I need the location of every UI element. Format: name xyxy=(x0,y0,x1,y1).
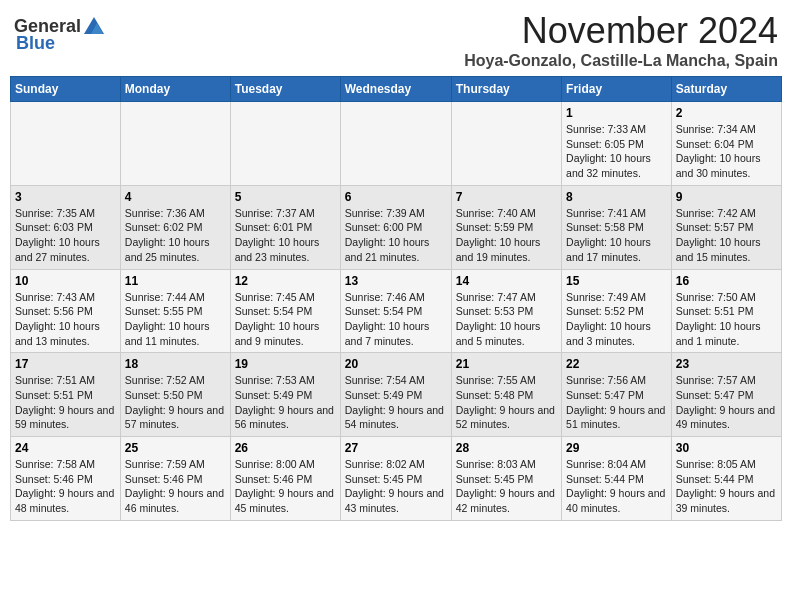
day-info: Sunrise: 7:59 AM Sunset: 5:46 PM Dayligh… xyxy=(125,457,226,516)
day-number: 17 xyxy=(15,357,116,371)
day-info: Sunrise: 7:35 AM Sunset: 6:03 PM Dayligh… xyxy=(15,206,116,265)
calendar-cell: 3Sunrise: 7:35 AM Sunset: 6:03 PM Daylig… xyxy=(11,185,121,269)
calendar-cell xyxy=(120,102,230,186)
day-info: Sunrise: 8:05 AM Sunset: 5:44 PM Dayligh… xyxy=(676,457,777,516)
day-info: Sunrise: 7:33 AM Sunset: 6:05 PM Dayligh… xyxy=(566,122,667,181)
day-number: 22 xyxy=(566,357,667,371)
calendar-cell xyxy=(451,102,561,186)
calendar-cell: 10Sunrise: 7:43 AM Sunset: 5:56 PM Dayli… xyxy=(11,269,121,353)
day-info: Sunrise: 7:36 AM Sunset: 6:02 PM Dayligh… xyxy=(125,206,226,265)
day-info: Sunrise: 8:02 AM Sunset: 5:45 PM Dayligh… xyxy=(345,457,447,516)
weekday-header-sunday: Sunday xyxy=(11,77,121,102)
day-number: 21 xyxy=(456,357,557,371)
day-info: Sunrise: 7:46 AM Sunset: 5:54 PM Dayligh… xyxy=(345,290,447,349)
calendar-cell xyxy=(11,102,121,186)
calendar-cell: 7Sunrise: 7:40 AM Sunset: 5:59 PM Daylig… xyxy=(451,185,561,269)
day-info: Sunrise: 7:56 AM Sunset: 5:47 PM Dayligh… xyxy=(566,373,667,432)
calendar-cell xyxy=(230,102,340,186)
calendar-cell: 2Sunrise: 7:34 AM Sunset: 6:04 PM Daylig… xyxy=(671,102,781,186)
calendar-cell: 30Sunrise: 8:05 AM Sunset: 5:44 PM Dayli… xyxy=(671,437,781,521)
calendar-cell: 25Sunrise: 7:59 AM Sunset: 5:46 PM Dayli… xyxy=(120,437,230,521)
calendar-cell: 15Sunrise: 7:49 AM Sunset: 5:52 PM Dayli… xyxy=(562,269,672,353)
day-info: Sunrise: 7:58 AM Sunset: 5:46 PM Dayligh… xyxy=(15,457,116,516)
day-info: Sunrise: 7:44 AM Sunset: 5:55 PM Dayligh… xyxy=(125,290,226,349)
day-number: 25 xyxy=(125,441,226,455)
day-info: Sunrise: 7:49 AM Sunset: 5:52 PM Dayligh… xyxy=(566,290,667,349)
calendar-cell: 6Sunrise: 7:39 AM Sunset: 6:00 PM Daylig… xyxy=(340,185,451,269)
calendar-cell: 16Sunrise: 7:50 AM Sunset: 5:51 PM Dayli… xyxy=(671,269,781,353)
weekday-header-wednesday: Wednesday xyxy=(340,77,451,102)
day-number: 13 xyxy=(345,274,447,288)
calendar-cell: 1Sunrise: 7:33 AM Sunset: 6:05 PM Daylig… xyxy=(562,102,672,186)
day-info: Sunrise: 7:50 AM Sunset: 5:51 PM Dayligh… xyxy=(676,290,777,349)
calendar-table: SundayMondayTuesdayWednesdayThursdayFrid… xyxy=(10,76,782,521)
day-number: 14 xyxy=(456,274,557,288)
day-info: Sunrise: 7:47 AM Sunset: 5:53 PM Dayligh… xyxy=(456,290,557,349)
calendar-cell: 28Sunrise: 8:03 AM Sunset: 5:45 PM Dayli… xyxy=(451,437,561,521)
day-number: 2 xyxy=(676,106,777,120)
calendar-cell: 24Sunrise: 7:58 AM Sunset: 5:46 PM Dayli… xyxy=(11,437,121,521)
weekday-header-monday: Monday xyxy=(120,77,230,102)
day-number: 19 xyxy=(235,357,336,371)
calendar-week-row: 3Sunrise: 7:35 AM Sunset: 6:03 PM Daylig… xyxy=(11,185,782,269)
calendar-cell: 14Sunrise: 7:47 AM Sunset: 5:53 PM Dayli… xyxy=(451,269,561,353)
calendar-cell: 13Sunrise: 7:46 AM Sunset: 5:54 PM Dayli… xyxy=(340,269,451,353)
day-number: 11 xyxy=(125,274,226,288)
day-info: Sunrise: 7:45 AM Sunset: 5:54 PM Dayligh… xyxy=(235,290,336,349)
calendar-cell: 9Sunrise: 7:42 AM Sunset: 5:57 PM Daylig… xyxy=(671,185,781,269)
day-number: 10 xyxy=(15,274,116,288)
day-info: Sunrise: 7:57 AM Sunset: 5:47 PM Dayligh… xyxy=(676,373,777,432)
day-info: Sunrise: 7:53 AM Sunset: 5:49 PM Dayligh… xyxy=(235,373,336,432)
day-number: 8 xyxy=(566,190,667,204)
day-number: 23 xyxy=(676,357,777,371)
logo-blue-text: Blue xyxy=(16,33,55,54)
day-info: Sunrise: 7:52 AM Sunset: 5:50 PM Dayligh… xyxy=(125,373,226,432)
day-number: 30 xyxy=(676,441,777,455)
calendar-cell: 27Sunrise: 8:02 AM Sunset: 5:45 PM Dayli… xyxy=(340,437,451,521)
day-number: 12 xyxy=(235,274,336,288)
weekday-header-row: SundayMondayTuesdayWednesdayThursdayFrid… xyxy=(11,77,782,102)
day-info: Sunrise: 7:43 AM Sunset: 5:56 PM Dayligh… xyxy=(15,290,116,349)
day-info: Sunrise: 8:00 AM Sunset: 5:46 PM Dayligh… xyxy=(235,457,336,516)
calendar-cell: 26Sunrise: 8:00 AM Sunset: 5:46 PM Dayli… xyxy=(230,437,340,521)
logo: General Blue xyxy=(14,16,105,54)
day-info: Sunrise: 7:40 AM Sunset: 5:59 PM Dayligh… xyxy=(456,206,557,265)
day-number: 3 xyxy=(15,190,116,204)
calendar-cell: 19Sunrise: 7:53 AM Sunset: 5:49 PM Dayli… xyxy=(230,353,340,437)
day-number: 20 xyxy=(345,357,447,371)
day-number: 26 xyxy=(235,441,336,455)
day-number: 6 xyxy=(345,190,447,204)
day-number: 1 xyxy=(566,106,667,120)
calendar-cell: 8Sunrise: 7:41 AM Sunset: 5:58 PM Daylig… xyxy=(562,185,672,269)
day-number: 7 xyxy=(456,190,557,204)
day-info: Sunrise: 7:41 AM Sunset: 5:58 PM Dayligh… xyxy=(566,206,667,265)
day-number: 9 xyxy=(676,190,777,204)
calendar-week-row: 17Sunrise: 7:51 AM Sunset: 5:51 PM Dayli… xyxy=(11,353,782,437)
calendar-cell: 17Sunrise: 7:51 AM Sunset: 5:51 PM Dayli… xyxy=(11,353,121,437)
calendar-cell: 20Sunrise: 7:54 AM Sunset: 5:49 PM Dayli… xyxy=(340,353,451,437)
day-info: Sunrise: 7:37 AM Sunset: 6:01 PM Dayligh… xyxy=(235,206,336,265)
day-number: 29 xyxy=(566,441,667,455)
calendar-cell: 4Sunrise: 7:36 AM Sunset: 6:02 PM Daylig… xyxy=(120,185,230,269)
calendar-cell: 18Sunrise: 7:52 AM Sunset: 5:50 PM Dayli… xyxy=(120,353,230,437)
weekday-header-friday: Friday xyxy=(562,77,672,102)
day-info: Sunrise: 7:39 AM Sunset: 6:00 PM Dayligh… xyxy=(345,206,447,265)
weekday-header-saturday: Saturday xyxy=(671,77,781,102)
location-title: Hoya-Gonzalo, Castille-La Mancha, Spain xyxy=(464,52,778,70)
day-number: 18 xyxy=(125,357,226,371)
calendar-cell: 22Sunrise: 7:56 AM Sunset: 5:47 PM Dayli… xyxy=(562,353,672,437)
calendar-cell xyxy=(340,102,451,186)
calendar-week-row: 1Sunrise: 7:33 AM Sunset: 6:05 PM Daylig… xyxy=(11,102,782,186)
calendar-cell: 23Sunrise: 7:57 AM Sunset: 5:47 PM Dayli… xyxy=(671,353,781,437)
day-number: 16 xyxy=(676,274,777,288)
day-number: 28 xyxy=(456,441,557,455)
day-number: 5 xyxy=(235,190,336,204)
page-header: General Blue November 2024 Hoya-Gonzalo,… xyxy=(10,10,782,70)
calendar-cell: 12Sunrise: 7:45 AM Sunset: 5:54 PM Dayli… xyxy=(230,269,340,353)
day-info: Sunrise: 8:04 AM Sunset: 5:44 PM Dayligh… xyxy=(566,457,667,516)
logo-icon xyxy=(83,16,105,36)
title-block: November 2024 Hoya-Gonzalo, Castille-La … xyxy=(464,10,778,70)
calendar-cell: 29Sunrise: 8:04 AM Sunset: 5:44 PM Dayli… xyxy=(562,437,672,521)
weekday-header-tuesday: Tuesday xyxy=(230,77,340,102)
calendar-cell: 21Sunrise: 7:55 AM Sunset: 5:48 PM Dayli… xyxy=(451,353,561,437)
